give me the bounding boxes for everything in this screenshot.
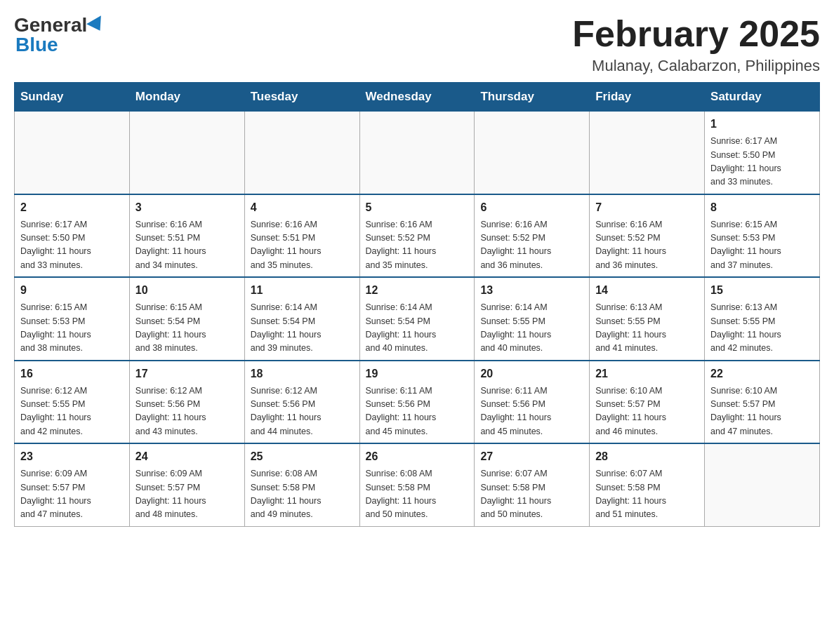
day-info: Sunrise: 6:11 AM Sunset: 5:56 PM Dayligh…	[480, 384, 583, 439]
day-info: Sunrise: 6:17 AM Sunset: 5:50 PM Dayligh…	[20, 218, 124, 273]
day-info: Sunrise: 6:14 AM Sunset: 5:54 PM Dayligh…	[366, 301, 469, 356]
day-number: 1	[710, 116, 814, 133]
day-number: 19	[366, 365, 469, 382]
day-number: 12	[366, 282, 469, 299]
day-of-week-header: Sunday	[15, 83, 130, 112]
calendar-day-cell: 20Sunrise: 6:11 AM Sunset: 5:56 PM Dayli…	[475, 361, 590, 444]
day-number: 11	[251, 282, 354, 299]
calendar-table: SundayMondayTuesdayWednesdayThursdayFrid…	[14, 82, 820, 527]
day-info: Sunrise: 6:16 AM Sunset: 5:51 PM Dayligh…	[251, 218, 354, 273]
day-of-week-header: Thursday	[475, 83, 590, 112]
calendar-day-cell: 2Sunrise: 6:17 AM Sunset: 5:50 PM Daylig…	[15, 194, 130, 278]
day-info: Sunrise: 6:09 AM Sunset: 5:57 PM Dayligh…	[20, 467, 124, 522]
day-info: Sunrise: 6:13 AM Sunset: 5:55 PM Dayligh…	[595, 301, 699, 356]
calendar-day-cell: 6Sunrise: 6:16 AM Sunset: 5:52 PM Daylig…	[475, 194, 590, 278]
day-number: 5	[366, 199, 469, 216]
calendar-day-cell: 3Sunrise: 6:16 AM Sunset: 5:51 PM Daylig…	[129, 194, 244, 278]
day-info: Sunrise: 6:10 AM Sunset: 5:57 PM Dayligh…	[595, 384, 699, 439]
day-info: Sunrise: 6:09 AM Sunset: 5:57 PM Dayligh…	[135, 467, 239, 522]
calendar-title: February 2025	[572, 14, 820, 54]
calendar-day-cell: 19Sunrise: 6:11 AM Sunset: 5:56 PM Dayli…	[359, 361, 475, 444]
calendar-day-cell: 16Sunrise: 6:12 AM Sunset: 5:55 PM Dayli…	[15, 361, 130, 444]
day-number: 4	[251, 199, 354, 216]
calendar-day-cell: 27Sunrise: 6:07 AM Sunset: 5:58 PM Dayli…	[475, 443, 590, 526]
day-number: 2	[20, 199, 124, 216]
day-number: 25	[251, 448, 354, 465]
calendar-day-cell: 1Sunrise: 6:17 AM Sunset: 5:50 PM Daylig…	[705, 112, 820, 194]
day-number: 26	[366, 448, 469, 465]
day-info: Sunrise: 6:08 AM Sunset: 5:58 PM Dayligh…	[366, 467, 469, 522]
calendar-day-cell: 17Sunrise: 6:12 AM Sunset: 5:56 PM Dayli…	[129, 361, 244, 444]
calendar-day-cell	[359, 112, 475, 194]
calendar-day-cell: 11Sunrise: 6:14 AM Sunset: 5:54 PM Dayli…	[244, 277, 359, 361]
calendar-day-cell: 12Sunrise: 6:14 AM Sunset: 5:54 PM Dayli…	[359, 277, 475, 361]
calendar-day-cell: 4Sunrise: 6:16 AM Sunset: 5:51 PM Daylig…	[244, 194, 359, 278]
title-section: February 2025 Mulanay, Calabarzon, Phili…	[572, 14, 820, 75]
day-number: 14	[595, 282, 699, 299]
day-info: Sunrise: 6:16 AM Sunset: 5:52 PM Dayligh…	[366, 218, 469, 273]
day-info: Sunrise: 6:16 AM Sunset: 5:51 PM Dayligh…	[135, 218, 239, 273]
calendar-day-cell: 23Sunrise: 6:09 AM Sunset: 5:57 PM Dayli…	[15, 443, 130, 526]
day-number: 8	[710, 199, 814, 216]
calendar-day-cell: 15Sunrise: 6:13 AM Sunset: 5:55 PM Dayli…	[705, 277, 820, 361]
day-info: Sunrise: 6:07 AM Sunset: 5:58 PM Dayligh…	[480, 467, 583, 522]
calendar-week-row: 23Sunrise: 6:09 AM Sunset: 5:57 PM Dayli…	[15, 443, 820, 526]
day-info: Sunrise: 6:15 AM Sunset: 5:53 PM Dayligh…	[710, 218, 814, 273]
calendar-day-cell	[129, 112, 244, 194]
day-number: 24	[135, 448, 239, 465]
day-number: 7	[595, 199, 699, 216]
day-info: Sunrise: 6:16 AM Sunset: 5:52 PM Dayligh…	[595, 218, 699, 273]
calendar-day-cell: 8Sunrise: 6:15 AM Sunset: 5:53 PM Daylig…	[705, 194, 820, 278]
logo-blue-text: Blue	[15, 34, 58, 55]
day-info: Sunrise: 6:07 AM Sunset: 5:58 PM Dayligh…	[595, 467, 699, 522]
calendar-day-cell: 22Sunrise: 6:10 AM Sunset: 5:57 PM Dayli…	[705, 361, 820, 444]
calendar-day-cell	[475, 112, 590, 194]
page-header: General Blue February 2025 Mulanay, Cala…	[14, 14, 820, 75]
calendar-week-row: 9Sunrise: 6:15 AM Sunset: 5:53 PM Daylig…	[15, 277, 820, 361]
calendar-day-cell: 10Sunrise: 6:15 AM Sunset: 5:54 PM Dayli…	[129, 277, 244, 361]
day-number: 23	[20, 448, 124, 465]
day-number: 9	[20, 282, 124, 299]
day-info: Sunrise: 6:16 AM Sunset: 5:52 PM Dayligh…	[480, 218, 583, 273]
calendar-day-cell	[590, 112, 705, 194]
calendar-day-cell: 14Sunrise: 6:13 AM Sunset: 5:55 PM Dayli…	[590, 277, 705, 361]
calendar-day-cell: 24Sunrise: 6:09 AM Sunset: 5:57 PM Dayli…	[129, 443, 244, 526]
day-of-week-header: Friday	[590, 83, 705, 112]
calendar-day-cell	[244, 112, 359, 194]
day-info: Sunrise: 6:14 AM Sunset: 5:55 PM Dayligh…	[480, 301, 583, 356]
calendar-day-cell: 9Sunrise: 6:15 AM Sunset: 5:53 PM Daylig…	[15, 277, 130, 361]
day-of-week-header: Tuesday	[244, 83, 359, 112]
calendar-day-cell	[15, 112, 130, 194]
calendar-week-row: 1Sunrise: 6:17 AM Sunset: 5:50 PM Daylig…	[15, 112, 820, 194]
day-number: 20	[480, 365, 583, 382]
day-of-week-header: Monday	[129, 83, 244, 112]
day-number: 10	[135, 282, 239, 299]
day-of-week-header: Saturday	[705, 83, 820, 112]
day-info: Sunrise: 6:17 AM Sunset: 5:50 PM Dayligh…	[710, 135, 814, 189]
day-info: Sunrise: 6:12 AM Sunset: 5:56 PM Dayligh…	[135, 384, 239, 439]
day-info: Sunrise: 6:08 AM Sunset: 5:58 PM Dayligh…	[251, 467, 354, 522]
day-number: 18	[251, 365, 354, 382]
calendar-day-cell: 5Sunrise: 6:16 AM Sunset: 5:52 PM Daylig…	[359, 194, 475, 278]
logo: General Blue	[14, 14, 112, 56]
day-number: 15	[710, 282, 814, 299]
day-number: 21	[595, 365, 699, 382]
logo-blue-spacer	[107, 14, 112, 36]
calendar-subtitle: Mulanay, Calabarzon, Philippines	[572, 57, 820, 75]
day-number: 13	[480, 282, 583, 299]
day-of-week-header: Wednesday	[359, 83, 475, 112]
day-number: 22	[710, 365, 814, 382]
day-info: Sunrise: 6:11 AM Sunset: 5:56 PM Dayligh…	[366, 384, 469, 439]
day-number: 28	[595, 448, 699, 465]
calendar-day-cell: 25Sunrise: 6:08 AM Sunset: 5:58 PM Dayli…	[244, 443, 359, 526]
day-info: Sunrise: 6:15 AM Sunset: 5:53 PM Dayligh…	[20, 301, 124, 356]
day-number: 3	[135, 199, 239, 216]
day-info: Sunrise: 6:10 AM Sunset: 5:57 PM Dayligh…	[710, 384, 814, 439]
day-info: Sunrise: 6:15 AM Sunset: 5:54 PM Dayligh…	[135, 301, 239, 356]
day-number: 6	[480, 199, 583, 216]
calendar-day-cell: 18Sunrise: 6:12 AM Sunset: 5:56 PM Dayli…	[244, 361, 359, 444]
day-info: Sunrise: 6:12 AM Sunset: 5:56 PM Dayligh…	[251, 384, 354, 439]
calendar-week-row: 16Sunrise: 6:12 AM Sunset: 5:55 PM Dayli…	[15, 361, 820, 444]
calendar-week-row: 2Sunrise: 6:17 AM Sunset: 5:50 PM Daylig…	[15, 194, 820, 278]
logo-arrow-icon	[86, 15, 107, 35]
